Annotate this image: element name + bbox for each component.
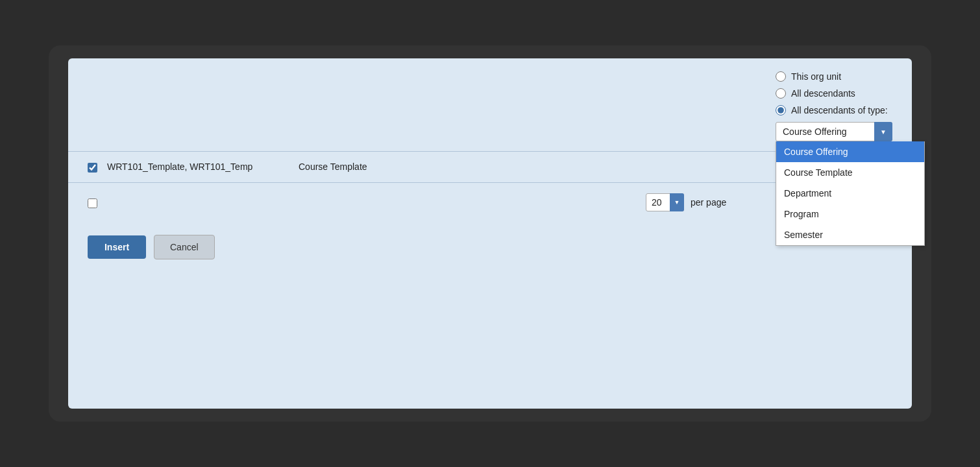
dropdown-item-department[interactable]: Department [776, 183, 924, 204]
row2-content [88, 197, 633, 208]
per-page-select-wrapper: 20 50 100 [646, 193, 684, 211]
per-page-select[interactable]: 20 50 100 [646, 193, 684, 211]
row1-left: WRT101_Template, WRT101_Temp Course Temp… [88, 162, 892, 173]
dropdown-item-course-template[interactable]: Course Template [776, 162, 924, 183]
radio-this-org-unit[interactable]: This org unit [776, 71, 892, 82]
dropdown-item-course-offering[interactable]: Course Offering [776, 141, 924, 162]
row1-course-type: Course Template [299, 162, 402, 172]
cancel-button[interactable]: Cancel [154, 235, 215, 259]
radio-all-descendants[interactable]: All descendants [776, 88, 892, 99]
outer-container: This org unit All descendants All descen… [49, 45, 931, 422]
dropdown-open-list: Course Offering Course Template Departme… [776, 141, 925, 246]
dropdown-item-program[interactable]: Program [776, 204, 924, 224]
per-page-label: per page [691, 197, 726, 208]
row2-checkbox-cell [88, 197, 97, 208]
type-select[interactable]: Course Offering Course Template Departme… [776, 122, 892, 141]
radio-group: This org unit All descendants All descen… [776, 71, 892, 141]
row1-content: WRT101_Template, WRT101_Temp Course Temp… [88, 162, 892, 173]
dropdown-item-semester[interactable]: Semester [776, 224, 924, 245]
radio-all-descendants-of-type[interactable]: All descendants of type: [776, 105, 892, 115]
type-select-wrapper: Course Offering Course Template Departme… [776, 122, 892, 141]
radio-all-descendants-of-type-label: All descendants of type: [791, 105, 888, 115]
row1-checkbox-cell [88, 162, 97, 173]
row1-course-name: WRT101_Template, WRT101_Temp [107, 162, 289, 172]
radio-all-descendants-label: All descendants [791, 88, 855, 99]
insert-button[interactable]: Insert [88, 235, 146, 259]
top-section: This org unit All descendants All descen… [68, 58, 912, 141]
radio-all-descendants-of-type-input[interactable] [776, 105, 786, 115]
dialog: This org unit All descendants All descen… [68, 58, 912, 409]
radio-this-org-unit-label: This org unit [791, 71, 841, 82]
row1-checkbox[interactable] [88, 163, 97, 173]
dropdown-container: Course Offering Course Template Departme… [776, 122, 892, 141]
row2-checkbox[interactable] [88, 198, 97, 208]
radio-this-org-unit-input[interactable] [776, 71, 786, 82]
radio-all-descendants-input[interactable] [776, 88, 786, 99]
